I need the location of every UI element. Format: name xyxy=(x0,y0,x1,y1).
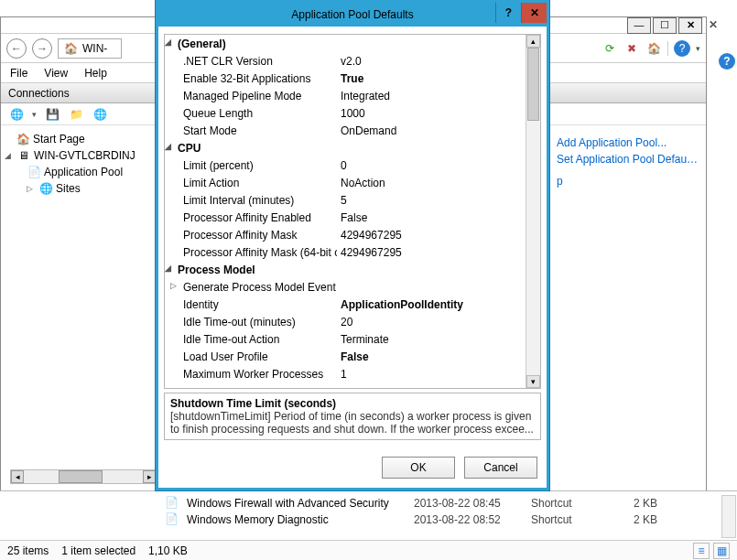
scroll-thumb[interactable] xyxy=(527,48,539,121)
up-icon[interactable]: 🌐 xyxy=(92,106,108,123)
scroll-left-icon[interactable]: ◂ xyxy=(11,470,24,483)
close-button[interactable]: ✕ xyxy=(678,17,702,34)
scroll-right-icon[interactable]: ▸ xyxy=(143,470,156,483)
description-title: Shutdown Time Limit (seconds) xyxy=(170,397,535,410)
prop-load-user-profile[interactable]: Load User ProfileFalse xyxy=(165,348,526,365)
tree-app-pools-label: Application Pool xyxy=(44,166,123,178)
prop-start-mode[interactable]: Start ModeOnDemand xyxy=(165,122,526,139)
collapse-icon[interactable]: ◢ xyxy=(165,38,174,47)
prop-limit-action[interactable]: Limit ActionNoAction xyxy=(165,174,526,191)
scroll-down-icon[interactable]: ▾ xyxy=(526,375,540,388)
action-set-defaults[interactable]: Set Application Pool Defaults... xyxy=(557,151,699,167)
view-tiles-icon[interactable]: ▦ xyxy=(713,543,730,559)
prop-pipeline-mode[interactable]: Managed Pipeline ModeIntegrated xyxy=(165,87,526,104)
collapse-icon[interactable]: ◢ xyxy=(165,142,174,151)
menu-file[interactable]: File xyxy=(10,67,27,80)
nav-back-button[interactable]: ← xyxy=(6,38,27,59)
home-icon: 🏠 xyxy=(62,40,79,57)
connect-dropdown-icon[interactable]: ▾ xyxy=(32,110,37,119)
prop-queue-length[interactable]: Queue Length1000 xyxy=(165,104,526,122)
scroll-up-icon[interactable]: ▴ xyxy=(526,35,540,48)
description-body: [shutdownTimeLimit] Period of time (in s… xyxy=(170,410,535,436)
background-close-icon: ✕ xyxy=(709,18,718,31)
dialog-help-button[interactable]: ? xyxy=(495,3,521,23)
help-icon[interactable]: ? xyxy=(674,40,690,57)
prop-affinity-mask-64[interactable]: Processor Affinity Mask (64-bit o4294967… xyxy=(165,243,526,261)
shortcut-icon: 📄 xyxy=(165,512,179,527)
scroll-thumb[interactable] xyxy=(59,470,103,483)
app-pools-icon: 📄 xyxy=(27,165,41,179)
menu-help[interactable]: Help xyxy=(84,67,107,80)
prop-affinity-mask[interactable]: Processor Affinity Mask4294967295 xyxy=(165,226,526,243)
dialog-title: Application Pool Defaults xyxy=(291,8,413,21)
action-help[interactable]: p xyxy=(557,173,699,189)
prop-max-worker-processes[interactable]: Maximum Worker Processes1 xyxy=(165,365,526,382)
file-name: Windows Firewall with Advanced Security xyxy=(187,497,406,510)
property-grid: ◢(General) .NET CLR Versionv2.0 Enable 3… xyxy=(164,34,541,389)
file-size: 2 KB xyxy=(612,513,657,526)
stop-icon[interactable]: ✖ xyxy=(623,40,640,57)
maximize-button[interactable]: ☐ xyxy=(653,17,677,34)
status-size: 1,10 KB xyxy=(148,544,188,557)
ok-button[interactable]: OK xyxy=(382,457,455,479)
dialog-titlebar: Application Pool Defaults ? ✕ xyxy=(158,3,547,27)
home-button-icon[interactable]: 🏠 xyxy=(645,40,662,57)
file-date: 2013-08-22 08:45 xyxy=(414,497,524,510)
cancel-button[interactable]: Cancel xyxy=(464,457,537,479)
address-box[interactable]: 🏠 WIN- xyxy=(58,38,122,59)
prop-idle-action[interactable]: Idle Time-out ActionTerminate xyxy=(165,330,526,348)
tree-hscrollbar[interactable]: ◂ ▸ xyxy=(10,469,157,484)
save-icon[interactable]: 💾 xyxy=(44,106,60,123)
side-help-icon[interactable]: ? xyxy=(719,53,735,70)
help-dropdown-icon[interactable]: ▾ xyxy=(696,44,700,53)
app-pool-defaults-dialog: Application Pool Defaults ? ✕ ◢(General)… xyxy=(156,0,549,490)
expand-icon[interactable]: ▷ xyxy=(170,281,179,290)
dialog-button-row: OK Cancel xyxy=(382,457,537,479)
category-cpu[interactable]: ◢CPU xyxy=(165,139,526,156)
explorer-vscrollbar[interactable] xyxy=(721,495,736,538)
menu-view[interactable]: View xyxy=(44,67,68,80)
browse-icon[interactable]: 📁 xyxy=(68,106,84,123)
tree-server-label: WIN-GVTLCBRDINJ xyxy=(34,149,135,162)
prop-enable-32bit[interactable]: Enable 32-Bit ApplicationsTrue xyxy=(165,70,526,87)
category-process-model[interactable]: ◢Process Model xyxy=(165,261,526,278)
divider xyxy=(667,41,668,56)
category-general[interactable]: ◢(General) xyxy=(165,35,526,52)
dialog-close-button[interactable]: ✕ xyxy=(521,3,547,23)
file-type: Shortcut xyxy=(531,513,604,526)
file-size: 2 KB xyxy=(612,497,657,510)
refresh-icon[interactable]: ⟳ xyxy=(602,40,618,57)
file-list: 📄 Windows Firewall with Advanced Securit… xyxy=(165,495,721,528)
minimize-button[interactable]: — xyxy=(627,17,651,34)
prop-affinity-enabled[interactable]: Processor Affinity EnabledFalse xyxy=(165,209,526,226)
prop-limit-interval[interactable]: Limit Interval (minutes)5 xyxy=(165,191,526,209)
file-name: Windows Memory Diagnostic xyxy=(187,513,406,526)
file-type: Shortcut xyxy=(531,497,604,510)
actions-panel: Add Application Pool... Set Application … xyxy=(557,135,699,189)
prop-gen-event[interactable]: ▷Generate Process Model Event L xyxy=(165,278,526,296)
expand-icon[interactable]: ◢ xyxy=(5,151,14,160)
status-selected: 1 item selected xyxy=(61,544,135,557)
list-item[interactable]: 📄 Windows Memory Diagnostic 2013-08-22 0… xyxy=(165,512,721,528)
prop-limit-percent[interactable]: Limit (percent)0 xyxy=(165,156,526,174)
explorer-status-bar: 25 items 1 item selected 1,10 KB ≡ ▦ xyxy=(0,540,737,560)
prop-net-clr-version[interactable]: .NET CLR Versionv2.0 xyxy=(165,52,526,70)
list-item[interactable]: 📄 Windows Firewall with Advanced Securit… xyxy=(165,495,721,512)
action-add-app-pool[interactable]: Add Application Pool... xyxy=(557,135,699,151)
view-details-icon[interactable]: ≡ xyxy=(693,543,710,559)
server-icon: 🖥 xyxy=(16,148,31,163)
collapse-icon[interactable]: ◢ xyxy=(165,264,174,273)
status-item-count: 25 items xyxy=(7,544,49,557)
property-description: Shutdown Time Limit (seconds) [shutdownT… xyxy=(164,393,541,440)
address-text: WIN- xyxy=(82,42,107,55)
property-grid-scrollbar[interactable]: ▴ ▾ xyxy=(526,35,540,388)
expand-icon[interactable]: ▷ xyxy=(27,184,36,193)
start-page-icon: 🏠 xyxy=(16,132,30,146)
nav-forward-button[interactable]: → xyxy=(32,38,52,59)
tree-start-page-label: Start Page xyxy=(33,133,85,145)
prop-idle-timeout[interactable]: Idle Time-out (minutes)20 xyxy=(165,313,526,330)
prop-identity[interactable]: IdentityApplicationPoolIdentity xyxy=(165,296,526,313)
explorer-window: 📄 Windows Firewall with Advanced Securit… xyxy=(0,490,737,560)
file-date: 2013-08-22 08:52 xyxy=(414,513,524,526)
connect-icon[interactable]: 🌐 xyxy=(8,106,25,123)
